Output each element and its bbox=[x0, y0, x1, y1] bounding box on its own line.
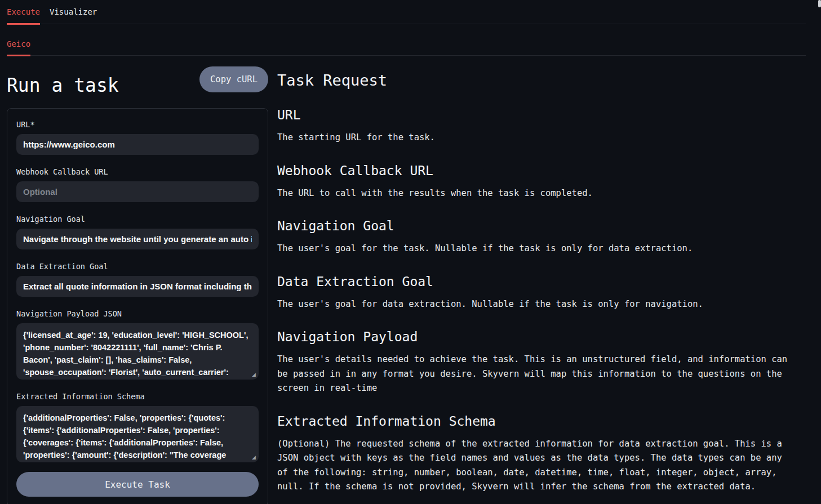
doc-heading-data-extraction-goal: Data Extraction Goal bbox=[277, 274, 790, 289]
run-task-panel: Run a task Copy cURL URL* Webhook Callba… bbox=[7, 56, 268, 504]
field-url: URL* bbox=[16, 120, 259, 155]
navigation-goal-label: Navigation Goal bbox=[16, 215, 259, 224]
page-title: Run a task bbox=[7, 74, 119, 97]
doc-body-data-extraction-goal: The user's goal for data extraction. Nul… bbox=[277, 297, 790, 312]
doc-section-url: URL The starting URL for the task. bbox=[277, 107, 790, 145]
field-navigation-goal: Navigation Goal bbox=[16, 215, 259, 249]
doc-section-navigation-goal: Navigation Goal The user's goal for the … bbox=[277, 218, 790, 256]
data-extraction-goal-label: Data Extraction Goal bbox=[16, 262, 259, 271]
task-form-card: URL* Webhook Callback URL Navigation Goa… bbox=[7, 108, 268, 504]
field-webhook-callback-url: Webhook Callback URL bbox=[16, 167, 259, 202]
data-extraction-goal-input[interactable] bbox=[16, 276, 259, 297]
main-content: Run a task Copy cURL URL* Webhook Callba… bbox=[0, 56, 821, 504]
field-data-extraction-goal: Data Extraction Goal bbox=[16, 262, 259, 297]
tab-visualizer[interactable]: Visualizer bbox=[50, 0, 97, 24]
doc-body-webhook-callback-url: The URL to call with the results when th… bbox=[277, 186, 790, 201]
doc-section-data-extraction-goal: Data Extraction Goal The user's goal for… bbox=[277, 274, 790, 312]
field-navigation-payload-json: Navigation Payload JSON {'licensed_at_ag… bbox=[16, 309, 259, 380]
tab-geico-label: Geico bbox=[7, 39, 30, 48]
navigation-payload-textarea[interactable]: {'licensed_at_age': 19, 'education_level… bbox=[16, 323, 259, 380]
doc-heading-navigation-goal: Navigation Goal bbox=[277, 218, 790, 234]
scrollbar-thumb[interactable] bbox=[818, 0, 821, 7]
doc-body-extracted-information-schema: (Optional) The requested schema of the e… bbox=[277, 437, 790, 494]
navigation-payload-json-label: Navigation Payload JSON bbox=[16, 309, 259, 319]
doc-body-url: The starting URL for the task. bbox=[277, 131, 790, 145]
task-request-docs: Task Request URL The starting URL for th… bbox=[277, 56, 790, 494]
url-input[interactable] bbox=[16, 134, 259, 155]
doc-section-extracted-information-schema: Extracted Information Schema (Optional) … bbox=[277, 413, 790, 494]
url-label: URL* bbox=[16, 120, 259, 130]
doc-heading-extracted-information-schema: Extracted Information Schema bbox=[277, 413, 790, 429]
doc-body-navigation-payload: The user's details needed to achieve the… bbox=[277, 353, 790, 396]
webhook-callback-url-input[interactable] bbox=[16, 181, 259, 202]
doc-body-navigation-goal: The user's goal for the task. Nullable i… bbox=[277, 242, 790, 256]
copy-curl-button[interactable]: Copy cURL bbox=[199, 66, 268, 92]
tab-geico[interactable]: Geico bbox=[7, 24, 30, 55]
doc-section-webhook-callback-url: Webhook Callback URL The URL to call wit… bbox=[277, 163, 790, 201]
main-tab-bar: Execute Visualizer bbox=[7, 0, 806, 24]
navigation-goal-input[interactable] bbox=[16, 229, 259, 249]
active-subtab-indicator bbox=[7, 55, 30, 56]
extracted-information-schema-label: Extracted Information Schema bbox=[16, 392, 259, 402]
tab-visualizer-label: Visualizer bbox=[50, 7, 97, 16]
doc-heading-url: URL bbox=[277, 107, 790, 123]
tab-execute-label: Execute bbox=[7, 7, 40, 16]
docs-title: Task Request bbox=[277, 71, 790, 90]
doc-heading-navigation-payload: Navigation Payload bbox=[277, 329, 790, 345]
extracted-schema-textarea[interactable]: {'additionalProperties': False, 'propert… bbox=[16, 406, 259, 462]
tab-execute[interactable]: Execute bbox=[7, 0, 40, 24]
doc-heading-webhook-callback-url: Webhook Callback URL bbox=[277, 163, 790, 179]
field-extracted-information-schema: Extracted Information Schema {'additiona… bbox=[16, 392, 259, 462]
session-tab-bar: Geico bbox=[7, 24, 806, 56]
run-task-header: Run a task Copy cURL bbox=[7, 66, 268, 97]
webhook-callback-url-label: Webhook Callback URL bbox=[16, 167, 259, 177]
doc-section-navigation-payload: Navigation Payload The user's details ne… bbox=[277, 329, 790, 396]
execute-task-button[interactable]: Execute Task bbox=[16, 472, 259, 497]
